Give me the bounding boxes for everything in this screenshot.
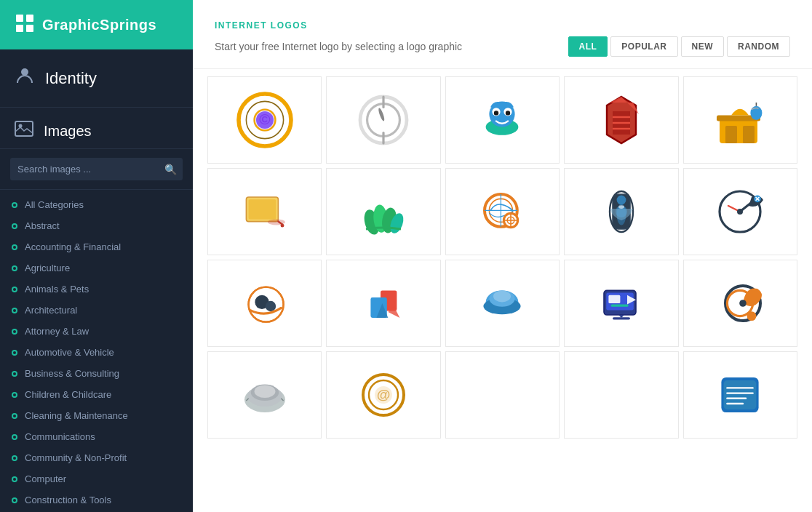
category-dot bbox=[12, 202, 17, 208]
svg-rect-31 bbox=[743, 126, 755, 143]
category-label: Communications bbox=[25, 431, 95, 442]
filter-button-new[interactable]: NEW bbox=[681, 36, 725, 57]
sidebar-item-category[interactable]: Construction & Tools bbox=[0, 489, 193, 511]
category-label: Automotive & Vehicle bbox=[25, 347, 114, 358]
categories-list: All CategoriesAbstractAccounting & Finan… bbox=[0, 190, 193, 512]
category-label: Abstract bbox=[25, 220, 60, 231]
logo-item[interactable]: @ bbox=[326, 351, 440, 439]
search-button[interactable]: 🔍 bbox=[164, 164, 177, 175]
svg-point-70 bbox=[493, 290, 511, 302]
svg-point-61 bbox=[265, 301, 275, 311]
logo-item[interactable] bbox=[564, 168, 678, 255]
svg-rect-3 bbox=[26, 25, 33, 32]
svg-rect-30 bbox=[725, 126, 737, 143]
category-label: Business & Consulting bbox=[25, 368, 119, 379]
svg-rect-2 bbox=[16, 25, 23, 32]
logo-item[interactable] bbox=[683, 168, 797, 255]
svg-rect-92 bbox=[724, 380, 757, 409]
logo-item[interactable] bbox=[683, 260, 797, 347]
sidebar-item-category[interactable]: Abstract bbox=[0, 215, 193, 236]
logo-item[interactable] bbox=[445, 351, 560, 439]
category-label: Accounting & Financial bbox=[25, 241, 121, 252]
category-dot bbox=[12, 392, 17, 398]
logo-item[interactable] bbox=[326, 168, 440, 255]
sidebar-item-category[interactable]: All Categories bbox=[0, 194, 193, 215]
svg-point-80 bbox=[747, 311, 757, 321]
category-label: All Categories bbox=[25, 199, 84, 210]
sidebar-item-category[interactable]: Business & Consulting bbox=[0, 363, 193, 384]
logo-item[interactable] bbox=[683, 76, 797, 164]
category-dot bbox=[12, 287, 17, 292]
category-dot bbox=[12, 244, 17, 250]
main-content: INTERNET LOGOS Start your free Internet … bbox=[193, 0, 812, 512]
images-section: Images bbox=[0, 108, 193, 149]
category-label: Children & Childcare bbox=[25, 389, 111, 400]
search-input[interactable] bbox=[10, 158, 183, 180]
svg-rect-33 bbox=[248, 199, 276, 219]
logo-item[interactable] bbox=[445, 260, 560, 347]
svg-rect-75 bbox=[613, 317, 630, 319]
sidebar-item-category[interactable]: Attorney & Law bbox=[0, 321, 193, 342]
category-label: Construction & Tools bbox=[25, 495, 111, 505]
logo-item[interactable] bbox=[445, 168, 560, 255]
logo-item[interactable] bbox=[564, 351, 678, 439]
sidebar-item-category[interactable]: Agriculture bbox=[0, 257, 193, 279]
category-dot bbox=[12, 434, 17, 440]
category-label: Attorney & Law bbox=[25, 326, 89, 337]
filter-button-random[interactable]: RANDOM bbox=[727, 36, 790, 57]
filter-button-all[interactable]: ALL bbox=[568, 36, 608, 57]
filter-button-popular[interactable]: POPULAR bbox=[610, 36, 677, 57]
svg-rect-73 bbox=[608, 295, 620, 303]
svg-point-52 bbox=[616, 196, 626, 205]
logo-item[interactable] bbox=[207, 351, 322, 439]
images-icon bbox=[15, 121, 33, 141]
logo-item[interactable] bbox=[326, 76, 440, 164]
filter-buttons: ALLPOPULARNEWRANDOM bbox=[568, 36, 791, 57]
svg-rect-74 bbox=[610, 305, 628, 307]
category-label: Animals & Pets bbox=[25, 284, 89, 295]
logo-item[interactable] bbox=[326, 260, 440, 347]
svg-point-4 bbox=[21, 68, 28, 76]
main-header: INTERNET LOGOS Start your free Internet … bbox=[193, 0, 812, 69]
category-dot bbox=[12, 497, 17, 503]
sidebar-item-category[interactable]: Accounting & Financial bbox=[0, 236, 193, 257]
svg-rect-1 bbox=[26, 15, 33, 22]
section-title: INTERNET LOGOS bbox=[215, 20, 790, 31]
category-label: Architectural bbox=[25, 305, 77, 316]
section-subtitle: Start your free Internet logo by selecti… bbox=[215, 36, 790, 57]
category-dot bbox=[12, 265, 17, 271]
category-dot bbox=[12, 223, 17, 229]
svg-point-22 bbox=[506, 111, 510, 115]
sidebar: GraphicSprings Identity Images 🔍 All Cat… bbox=[0, 0, 193, 512]
identity-label: Identity bbox=[45, 69, 97, 88]
svg-point-57 bbox=[737, 209, 743, 215]
sidebar-item-category[interactable]: Architectural bbox=[0, 300, 193, 321]
logo-item[interactable] bbox=[564, 76, 678, 164]
category-dot bbox=[12, 455, 17, 461]
sidebar-item-category[interactable]: Communications bbox=[0, 426, 193, 447]
search-container: 🔍 bbox=[0, 149, 193, 190]
sidebar-item-category[interactable]: Cleaning & Maintenance bbox=[0, 405, 193, 426]
svg-point-90 bbox=[375, 386, 392, 404]
category-dot bbox=[12, 476, 17, 482]
logo-item[interactable]: © bbox=[207, 76, 322, 164]
sidebar-item-category[interactable]: Children & Childcare bbox=[0, 384, 193, 405]
brand-name: GraphicSprings bbox=[42, 17, 156, 33]
images-label: Images bbox=[44, 123, 92, 140]
category-label: Agriculture bbox=[25, 263, 70, 273]
sidebar-item-category[interactable]: Animals & Pets bbox=[0, 279, 193, 300]
category-dot bbox=[12, 413, 17, 419]
brand-icon bbox=[15, 13, 35, 36]
sidebar-item-category[interactable]: Computer bbox=[0, 468, 193, 489]
svg-point-79 bbox=[739, 300, 747, 307]
logo-item[interactable] bbox=[207, 168, 322, 255]
sidebar-item-category[interactable]: Community & Non-Profit bbox=[0, 447, 193, 468]
logo-item[interactable] bbox=[564, 260, 678, 347]
logos-grid: © bbox=[193, 69, 812, 512]
category-label: Community & Non-Profit bbox=[25, 452, 127, 463]
logo-item[interactable] bbox=[207, 260, 322, 347]
logo-item[interactable] bbox=[445, 76, 560, 164]
logo-item[interactable] bbox=[683, 351, 797, 439]
sidebar-item-category[interactable]: Automotive & Vehicle bbox=[0, 342, 193, 363]
sidebar-header: GraphicSprings bbox=[0, 0, 193, 49]
